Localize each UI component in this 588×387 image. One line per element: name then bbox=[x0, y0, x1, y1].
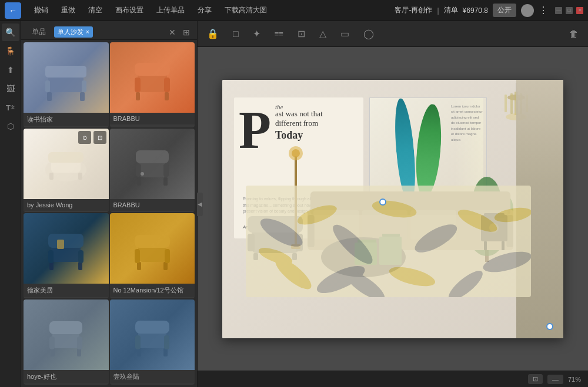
product-label-2: BRABBU bbox=[110, 113, 195, 124]
product-card-8[interactable]: 壹玖叁陆 bbox=[110, 299, 195, 385]
panel: 单品 单人沙发 × ✕ ⊞ bbox=[21, 21, 198, 387]
control-point-2[interactable] bbox=[546, 323, 553, 330]
svg-point-84 bbox=[292, 149, 300, 157]
panel-tabs: 单品 单人沙发 × ✕ ⊞ bbox=[21, 21, 197, 40]
product-card-5[interactable]: 德家美居 bbox=[24, 213, 109, 298]
logo-button[interactable]: ← bbox=[5, 2, 21, 19]
icon-search[interactable]: 🔍 bbox=[2, 23, 19, 41]
panel-actions: ✕ ⊞ bbox=[166, 26, 192, 38]
nav-clear[interactable]: 清空 bbox=[82, 3, 108, 18]
svg-rect-26 bbox=[49, 262, 54, 270]
collapse-handle[interactable]: ◀ bbox=[197, 193, 203, 216]
canvas-content[interactable]: the P ast was not thatdifferent fromToda… bbox=[198, 47, 588, 371]
product-image-3: ⊙ ⊡ bbox=[24, 129, 109, 199]
topbar-right: 客厅-再创作 | 清单 ¥6970.8 公开 ⋮ bbox=[395, 4, 548, 17]
svg-rect-32 bbox=[135, 235, 170, 248]
svg-rect-2 bbox=[47, 92, 52, 101]
win-minimize[interactable]: — bbox=[555, 7, 562, 14]
svg-rect-8 bbox=[136, 92, 140, 100]
canvas-board: the P ast was not thatdifferent fromToda… bbox=[222, 80, 563, 338]
nav-redo[interactable]: 重做 bbox=[55, 3, 81, 18]
product-image-2 bbox=[110, 42, 195, 113]
tool-circle[interactable]: ◯ bbox=[361, 26, 376, 42]
nav-download[interactable]: 下载高清大图 bbox=[219, 3, 273, 18]
svg-rect-29 bbox=[78, 250, 83, 263]
product-card-6[interactable]: No 12Mansion/12号公馆 bbox=[110, 213, 195, 298]
win-maximize[interactable]: □ bbox=[566, 7, 573, 14]
svg-rect-15 bbox=[49, 173, 54, 180]
tool-rect[interactable]: ▭ bbox=[338, 26, 352, 42]
product-label-7: hoye-好也 bbox=[24, 370, 109, 383]
tool-lock[interactable]: 🔒 bbox=[205, 26, 221, 42]
tool-flip[interactable]: △ bbox=[317, 26, 329, 42]
svg-rect-44 bbox=[135, 321, 169, 334]
product-image-8 bbox=[110, 299, 195, 370]
svg-rect-48 bbox=[164, 335, 169, 349]
svg-rect-9 bbox=[165, 92, 169, 100]
nav-share[interactable]: 分享 bbox=[192, 3, 218, 18]
product-label-4: BRABBU bbox=[110, 199, 195, 211]
zoom-level: 71% bbox=[568, 376, 581, 383]
icon-text[interactable]: T文 bbox=[2, 99, 19, 116]
rug bbox=[246, 186, 531, 297]
close-filter-button[interactable]: × bbox=[86, 29, 89, 35]
card-add-btn[interactable]: ⊡ bbox=[93, 131, 106, 144]
mag-body-text: ast was not thatdifferent fromToday bbox=[275, 109, 358, 143]
filter-action-button[interactable]: ✕ bbox=[166, 26, 178, 38]
product-card-2[interactable]: BRABBU bbox=[110, 42, 195, 127]
tool-align[interactable]: ≡≡ bbox=[272, 27, 286, 41]
svg-rect-4 bbox=[45, 80, 50, 92]
win-close[interactable]: ✕ bbox=[576, 7, 583, 14]
svg-rect-25 bbox=[48, 234, 83, 248]
product-card-1[interactable]: 读书怡家 bbox=[24, 42, 109, 127]
svg-rect-38 bbox=[49, 321, 82, 334]
tab-single-item[interactable]: 单品 bbox=[26, 25, 52, 39]
svg-rect-28 bbox=[48, 250, 54, 263]
svg-rect-39 bbox=[51, 348, 55, 356]
product-image-4 bbox=[110, 129, 195, 199]
product-label-6: No 12Mansion/12号公馆 bbox=[110, 284, 195, 297]
svg-rect-46 bbox=[163, 348, 168, 356]
svg-rect-33 bbox=[137, 262, 141, 270]
svg-rect-21 bbox=[136, 164, 141, 177]
icon-upload-item[interactable]: ⬆ bbox=[2, 61, 19, 79]
svg-rect-53 bbox=[510, 93, 513, 114]
product-card-7[interactable]: hoye-好也 bbox=[24, 299, 109, 385]
tool-delete[interactable]: 🗑 bbox=[567, 26, 581, 42]
product-card-4[interactable]: BRABBU bbox=[110, 129, 195, 212]
svg-rect-22 bbox=[163, 164, 169, 177]
fit-button[interactable]: ⊡ bbox=[528, 374, 543, 384]
svg-rect-51 bbox=[505, 95, 507, 112]
svg-point-23 bbox=[141, 172, 144, 176]
svg-rect-5 bbox=[82, 80, 86, 92]
zoom-out-button[interactable]: — bbox=[547, 375, 563, 384]
price-badge: ¥6970.8 bbox=[463, 6, 488, 15]
svg-rect-20 bbox=[163, 177, 168, 186]
nav-upload[interactable]: 上传单品 bbox=[151, 3, 191, 18]
product-grid: 读书怡家 BRABBU bbox=[21, 40, 197, 387]
svg-rect-14 bbox=[48, 152, 83, 163]
product-label-8: 壹玖叁陆 bbox=[110, 370, 195, 383]
svg-rect-40 bbox=[77, 348, 81, 356]
nav-undo[interactable]: 撤销 bbox=[28, 3, 54, 18]
topbar: ← 撤销 重做 清空 画布设置 上传单品 分享 下载高清大图 客厅-再创作 | … bbox=[0, 0, 588, 21]
control-point-1[interactable] bbox=[379, 198, 386, 206]
tool-crop[interactable]: ⊡ bbox=[295, 26, 308, 42]
product-card-jessie-wong[interactable]: ⊙ ⊡ by Jessie Wong bbox=[24, 129, 109, 212]
public-button[interactable]: 公开 bbox=[493, 4, 516, 17]
svg-rect-34 bbox=[163, 262, 168, 270]
grid-toggle-button[interactable]: ⊞ bbox=[181, 26, 192, 38]
icon-furniture[interactable]: 🪑 bbox=[2, 42, 19, 60]
icon-image[interactable]: 🖼 bbox=[2, 80, 19, 97]
svg-rect-1 bbox=[45, 66, 86, 78]
room-name: 客厅-再创作 bbox=[395, 5, 432, 15]
tool-star[interactable]: ✦ bbox=[250, 26, 263, 42]
menu-button[interactable]: ⋮ bbox=[539, 5, 548, 16]
tool-frame[interactable]: □ bbox=[230, 26, 241, 42]
product-label-1: 读书怡家 bbox=[24, 113, 109, 126]
artwork-text: Lorem ipsum dolor sit amet consectetur a… bbox=[451, 104, 483, 143]
nav-canvas-settings[interactable]: 画布设置 bbox=[109, 3, 149, 18]
icon-shape[interactable]: ⬡ bbox=[2, 117, 19, 135]
product-label-5: 德家美居 bbox=[24, 284, 109, 297]
svg-rect-27 bbox=[78, 262, 82, 270]
